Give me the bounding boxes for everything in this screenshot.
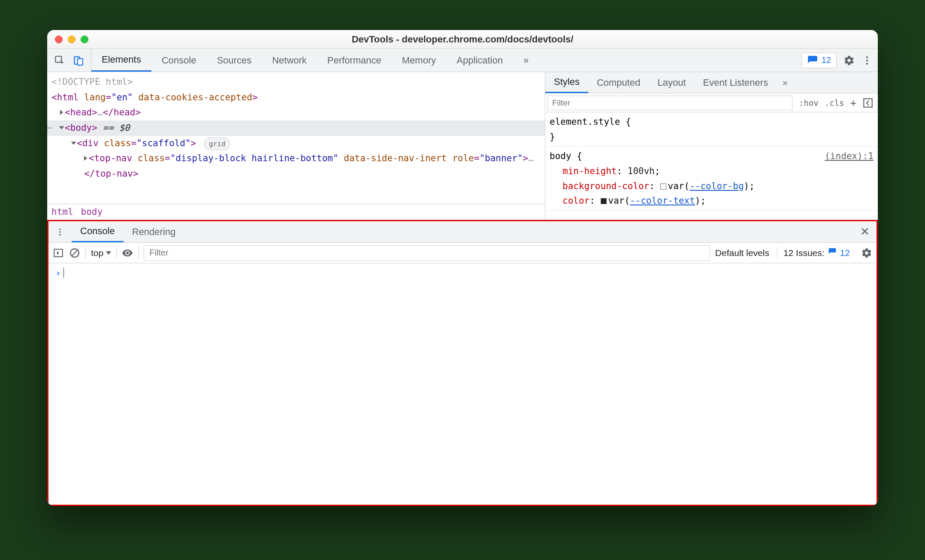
styles-filter-input[interactable] [547,96,792,110]
expand-icon[interactable] [60,110,63,115]
inspect-icon[interactable] [54,55,65,66]
svg-rect-2 [78,58,83,65]
hov-toggle[interactable]: :hov [799,98,819,108]
tab-network[interactable]: Network [262,49,317,72]
issues-icon [828,247,837,258]
breadcrumb: html body [47,204,545,220]
issues-icon [807,55,818,66]
console-toolbar: top Default levels 12 Issues: 12 [48,243,877,263]
svg-point-9 [59,234,61,235]
clear-console-icon[interactable] [69,247,80,259]
color-swatch-icon[interactable] [660,184,666,190]
console-settings-icon[interactable] [861,247,872,259]
svg-point-7 [59,228,61,230]
svg-line-12 [72,250,78,256]
console-drawer: Console Rendering ✕ top Default lev [47,220,878,506]
css-var-link[interactable]: --color-bg [689,181,744,191]
css-property[interactable]: min-height: 100vh; [550,164,874,179]
cls-toggle[interactable]: .cls [825,98,844,108]
dom-node-head[interactable]: <head>…</head> [47,105,545,120]
styles-tabs: Styles Computed Layout Event Listeners » [545,72,878,93]
collapse-icon[interactable] [71,142,76,145]
collapse-icon[interactable] [59,126,64,129]
styles-rules: element.style { } body { (index):1 min-h… [545,112,878,220]
traffic-lights [47,36,88,43]
breadcrumb-item[interactable]: body [81,207,103,217]
prompt-icon: › [55,268,61,278]
cursor [63,268,64,278]
console-body[interactable]: › [48,263,877,505]
close-drawer-icon[interactable]: ✕ [853,221,877,242]
tab-styles[interactable]: Styles [545,72,588,93]
tab-computed[interactable]: Computed [588,72,649,93]
main-tabs: Elements Console Sources Network Perform… [91,49,796,72]
styles-toolbar: :hov .cls + [545,93,878,112]
drawer-tab-rendering[interactable]: Rendering [124,221,184,242]
rule-selector: element.style { [550,114,874,129]
grid-badge[interactable]: grid [204,138,230,150]
tab-application[interactable]: Application [446,49,513,72]
drawer-menu-icon[interactable] [48,221,72,242]
device-toggle-icon[interactable] [73,55,84,66]
css-property[interactable]: background-color: var(--color-bg); [550,179,874,194]
dom-node-body-selected[interactable]: ⋯ <body> == $0 [47,120,545,136]
svg-rect-6 [864,99,872,107]
window-title: DevTools - developer.chrome.com/docs/dev… [47,34,878,45]
live-expression-icon[interactable] [122,247,133,259]
context-selector[interactable]: top [91,248,111,258]
breadcrumb-item[interactable]: html [51,207,73,217]
dom-tree[interactable]: <!DOCTYPE html> <html lang="en" data-coo… [47,72,545,204]
issues-count: 12 [822,55,831,65]
drawer-tabs: Console Rendering ✕ [48,221,877,243]
tab-layout[interactable]: Layout [649,72,694,93]
dom-node-topnav[interactable]: <top-nav class="display-block hairline-b… [47,151,545,181]
tab-sources[interactable]: Sources [206,49,262,72]
svg-rect-0 [55,56,61,62]
rule-source-link[interactable]: (index):1 [825,149,874,164]
svg-point-3 [866,56,868,58]
rule-body[interactable]: body { (index):1 min-height: 100vh; back… [545,147,878,211]
issues-link[interactable]: 12 Issues: 12 [777,247,856,258]
svg-point-8 [59,231,61,233]
log-levels-selector[interactable]: Default levels [715,248,772,258]
computed-toggle-icon[interactable] [862,97,874,108]
titlebar: DevTools - developer.chrome.com/docs/dev… [47,30,878,49]
svg-point-4 [866,59,868,61]
issues-badge[interactable]: 12 [801,53,837,68]
kebab-menu-icon[interactable] [862,55,873,66]
styles-tabs-overflow-icon[interactable]: » [777,72,793,93]
dom-doctype: <!DOCTYPE html> [51,77,133,87]
elements-panel: <!DOCTYPE html> <html lang="en" data-coo… [47,72,878,220]
tab-performance[interactable]: Performance [317,49,392,72]
svg-point-5 [866,63,868,64]
tab-console[interactable]: Console [151,49,207,72]
minimize-window-button[interactable] [68,36,76,43]
main-toolbar: Elements Console Sources Network Perform… [47,49,878,72]
drawer-tab-console[interactable]: Console [72,221,124,242]
new-rule-icon[interactable]: + [850,97,856,109]
tab-elements[interactable]: Elements [91,49,151,72]
maximize-window-button[interactable] [81,36,88,43]
css-var-link[interactable]: --color-text [630,196,695,206]
dom-tree-pane: <!DOCTYPE html> <html lang="en" data-coo… [47,72,545,220]
devtools-window: DevTools - developer.chrome.com/docs/dev… [47,30,878,506]
rule-selector: body { [550,149,582,164]
dom-node-scaffold[interactable]: <div class="scaffold"> grid [47,136,545,151]
tabs-overflow-icon[interactable]: » [513,49,539,72]
tab-memory[interactable]: Memory [392,49,446,72]
styles-pane: Styles Computed Layout Event Listeners »… [545,72,878,220]
sidebar-toggle-icon[interactable] [53,247,64,259]
settings-icon[interactable] [843,55,855,66]
rule-close: } [550,129,874,145]
expand-icon[interactable] [84,156,87,161]
rule-element-style[interactable]: element.style { } [545,112,878,147]
color-swatch-icon[interactable] [601,198,607,204]
close-window-button[interactable] [55,36,63,43]
console-filter-input[interactable] [144,245,710,261]
dom-node-html[interactable]: <html lang="en" data-cookies-accepted> [47,90,545,105]
chevron-down-icon [106,251,111,255]
css-property[interactable]: color: var(--color-text); [550,193,874,208]
tab-event-listeners[interactable]: Event Listeners [695,72,777,93]
